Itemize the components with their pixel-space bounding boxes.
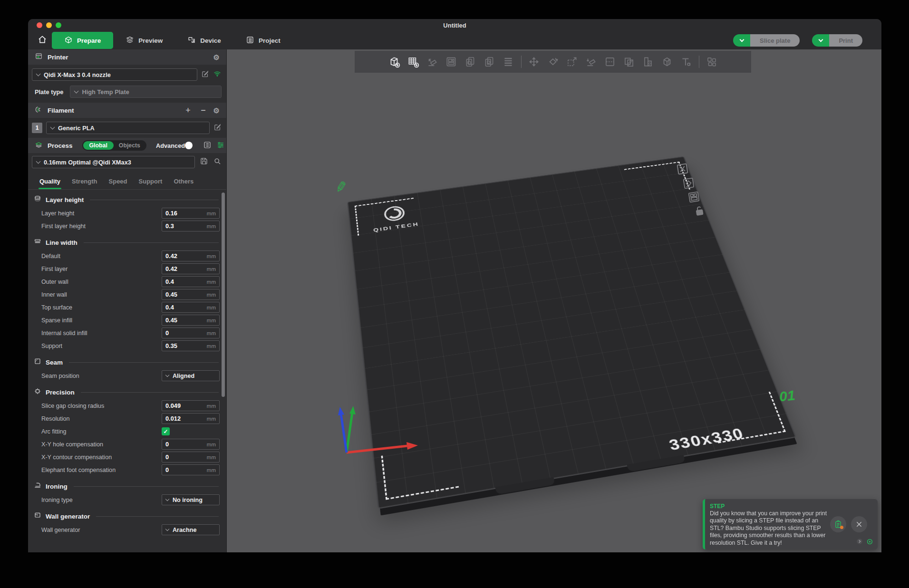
tab-quality[interactable]: Quality <box>34 174 66 189</box>
elephant-foot-compensation-input[interactable]: 0mm <box>162 464 220 475</box>
tune-filter-icon[interactable] <box>216 141 225 151</box>
clone-icon[interactable] <box>623 56 636 68</box>
scope-global-button[interactable]: Global <box>83 141 114 150</box>
precision-icon <box>34 387 41 397</box>
add-filament-button[interactable]: + <box>183 106 193 116</box>
tab-others[interactable]: Others <box>168 174 199 189</box>
variable-layers-icon[interactable] <box>502 56 515 68</box>
process-icon <box>35 141 43 150</box>
setting-row: Top surface 0.4mm <box>28 301 226 314</box>
filament-section-header: Filament + − ⚙ <box>28 103 226 118</box>
wall-generator-select[interactable]: Arachne <box>162 524 220 535</box>
filament-settings-gear-icon[interactable]: ⚙ <box>213 107 220 114</box>
device-icon <box>187 36 196 46</box>
advanced-label: Advanced <box>156 142 185 149</box>
auto-orient-icon[interactable] <box>426 56 439 68</box>
slice-plate-button[interactable]: Slice plate <box>750 34 800 47</box>
layer-height-input[interactable]: 0.16mm <box>162 208 220 219</box>
remove-filament-button[interactable]: − <box>198 106 209 116</box>
process-section-header: Process Global Objects Advanced <box>28 138 226 153</box>
tab-strength[interactable]: Strength <box>66 174 103 189</box>
assembly-icon[interactable] <box>706 56 718 68</box>
viewport-3d[interactable]: QIDI TECH 330x330 01 ✎ <box>227 49 881 552</box>
text-icon[interactable] <box>680 56 693 68</box>
first-layer-height-input[interactable]: 0.3mm <box>162 221 220 231</box>
notification-mute-icon[interactable] <box>867 538 873 547</box>
tab-prepare[interactable]: Prepare <box>52 32 113 49</box>
tab-support[interactable]: Support <box>133 174 168 189</box>
scrollbar-thumb[interactable] <box>222 193 225 397</box>
print-dropdown-button[interactable] <box>812 34 829 47</box>
arrange-plate-icon[interactable] <box>687 190 701 204</box>
search-preset-icon[interactable] <box>213 157 222 167</box>
seam-icon <box>34 357 41 367</box>
chevron-down-icon <box>36 72 41 77</box>
step-notification: STEP Did you know that you can improve y… <box>703 499 878 549</box>
filament-select[interactable]: Generic PLA <box>46 122 210 134</box>
default-line-width-input[interactable]: 0.42mm <box>162 251 220 261</box>
process-preset-select[interactable]: 0.16mm Optimal @Qidi XMax3 <box>32 156 195 168</box>
slice-dropdown-button[interactable] <box>733 34 750 47</box>
setting-row: Sparse infill 0.45mm <box>28 314 226 327</box>
save-preset-icon[interactable] <box>200 157 208 167</box>
notification-next-icon[interactable] <box>856 538 863 547</box>
tab-speed[interactable]: Speed <box>103 174 133 189</box>
lock-plate-icon[interactable] <box>692 203 706 218</box>
process-scope-toggle: Global Objects <box>82 140 146 151</box>
home-button[interactable] <box>33 32 52 49</box>
edit-printer-icon[interactable] <box>201 70 209 80</box>
print-button[interactable]: Print <box>829 34 862 47</box>
open-wiki-button[interactable] <box>830 516 846 532</box>
scale-icon[interactable] <box>566 56 579 68</box>
setting-row: Layer height 0.16mm <box>28 207 226 220</box>
ironing-type-select[interactable]: No ironing <box>162 494 220 505</box>
group-wall-generator: Wall generator <box>28 506 226 523</box>
tab-device[interactable]: Device <box>175 32 233 49</box>
tab-project[interactable]: Project <box>233 32 293 49</box>
preset-list-icon[interactable] <box>203 141 212 151</box>
first-layer-line-width-input[interactable]: 0.42mm <box>162 263 220 274</box>
printer-select[interactable]: Qidi X-Max 3 0.4 nozzle <box>32 68 197 81</box>
add-object-icon[interactable] <box>388 56 401 68</box>
resolution-input[interactable]: 0.012mm <box>162 413 220 424</box>
wifi-icon[interactable] <box>213 69 222 80</box>
orient-plate-icon[interactable] <box>681 176 696 191</box>
slice-gap-closing-radius-input[interactable]: 0.049mm <box>162 400 220 411</box>
support-line-width-input[interactable]: 0.35mm <box>162 340 220 351</box>
setting-row: Seam position Aligned <box>28 369 226 382</box>
slice-plate-split-button: Slice plate <box>733 34 800 47</box>
seam-position-select[interactable]: Aligned <box>162 370 220 381</box>
printer-settings-gear-icon[interactable]: ⚙ <box>213 54 220 61</box>
plate-size-label: 330x330 <box>667 424 746 454</box>
copy-icon[interactable] <box>464 56 477 68</box>
outer-wall-line-width-input[interactable]: 0.4mm <box>162 276 220 287</box>
setting-row: Slice gap closing radius 0.049mm <box>28 399 226 412</box>
tab-preview[interactable]: Preview <box>113 32 175 49</box>
add-plate-icon[interactable] <box>407 56 420 68</box>
move-icon[interactable] <box>528 56 541 68</box>
plate-type-select[interactable]: High Temp Plate <box>70 86 222 98</box>
fill-icon[interactable] <box>642 56 655 68</box>
notification-badge-dot <box>840 526 843 529</box>
sparse-infill-line-width-input[interactable]: 0.45mm <box>162 315 220 326</box>
paste-icon[interactable] <box>483 56 496 68</box>
inner-wall-line-width-input[interactable]: 0.45mm <box>162 289 220 300</box>
boolean-icon[interactable] <box>661 56 674 68</box>
arc-fitting-checkbox[interactable]: ✓ <box>162 427 170 435</box>
lay-on-face-icon[interactable] <box>585 56 598 68</box>
top-surface-line-width-input[interactable]: 0.4mm <box>162 302 220 313</box>
rotate-icon[interactable] <box>547 56 560 68</box>
notification-title: STEP <box>710 503 872 510</box>
xy-hole-compensation-input[interactable]: 0mm <box>162 439 220 450</box>
arrange-icon[interactable] <box>445 56 458 68</box>
scope-objects-button[interactable]: Objects <box>114 141 145 150</box>
xy-contour-compensation-input[interactable]: 0mm <box>162 452 220 463</box>
group-seam: Seam <box>28 352 226 369</box>
edit-filament-icon[interactable] <box>213 123 222 133</box>
setting-row: Internal solid infill 0mm <box>28 327 226 339</box>
cut-icon[interactable] <box>604 56 617 68</box>
delete-plate-icon[interactable] <box>675 162 690 176</box>
edit-plate-name-icon[interactable]: ✎ <box>334 178 349 196</box>
internal-solid-infill-line-width-input[interactable]: 0mm <box>162 328 220 338</box>
notification-close-icon[interactable] <box>851 516 867 532</box>
